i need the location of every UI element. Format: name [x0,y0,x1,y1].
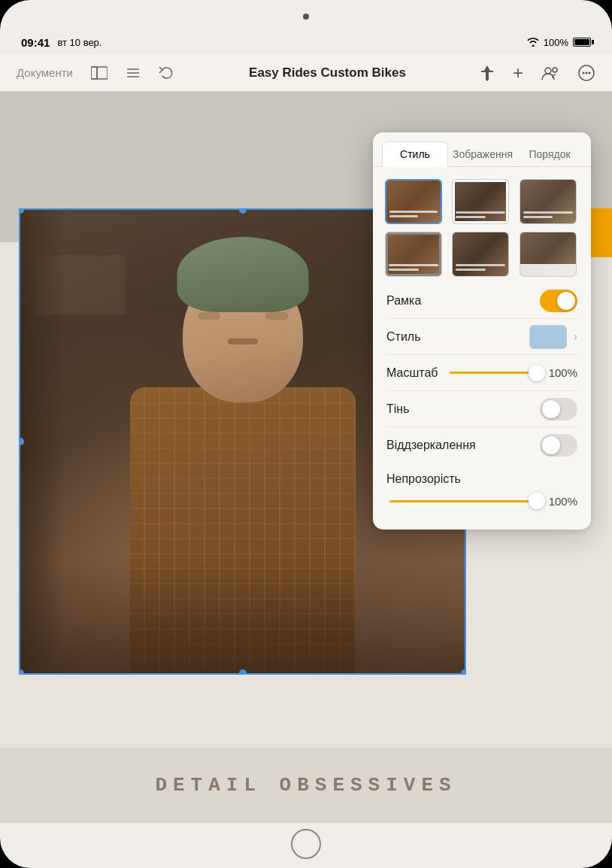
scale-row: Масштаб 100% [386,355,577,391]
opacity-slider[interactable] [389,493,537,508]
home-button[interactable] [291,829,321,859]
pin-icon [480,65,495,81]
style-thumb-2[interactable] [452,179,509,224]
undo-icon [159,65,175,80]
toolbar: Документи Easy Rides Custom Bikes [0,54,612,92]
style-chevron: › [573,329,577,344]
camera-dot [303,14,309,20]
style-label: Стиль [386,330,421,344]
style-thumb-1[interactable] [385,179,442,224]
svg-point-9 [583,71,585,74]
shadow-row: Тінь [386,391,577,427]
opacity-label: Непрозорість [386,472,577,486]
more-button[interactable] [573,61,600,85]
handle-bottom-left[interactable] [19,669,24,675]
document-title: Easy Rides Custom Bikes [189,65,466,80]
pin-button[interactable] [475,62,499,84]
sidebar-toggle-button[interactable] [86,63,112,83]
scale-label: Масштаб [386,366,438,380]
tab-arrange[interactable]: Порядок [517,141,582,166]
add-button[interactable]: + [508,59,528,86]
sidebar-icon [91,66,108,80]
caption-text: DETAIL OBSESSIVES [155,774,456,797]
style-thumb-4[interactable] [385,232,442,277]
opacity-section: Непрозорість 100% [373,463,591,511]
scale-slider[interactable] [450,366,537,381]
person-hat [177,237,308,312]
panel-tabs: Стиль Зображення Порядок [373,132,591,167]
handle-mid-bottom[interactable] [239,669,247,675]
battery-icon [573,38,591,47]
collaboration-button[interactable] [537,62,564,83]
svg-point-10 [586,71,588,74]
list-view-button[interactable] [121,64,145,82]
tab-style[interactable]: Стиль [382,141,448,167]
style-color-swatch[interactable] [529,325,567,349]
svg-point-11 [589,71,591,74]
collab-icon [541,65,559,80]
frame-toggle[interactable] [540,290,577,312]
more-icon [577,64,595,82]
orange-accent [589,208,612,257]
svg-rect-0 [91,67,97,79]
svg-rect-1 [91,67,108,79]
status-date: вт 10 вер. [57,37,101,48]
scale-value: 100% [546,366,577,379]
style-thumb-6[interactable] [520,232,577,277]
mirror-toggle[interactable] [540,434,577,457]
style-thumbnails-grid [373,167,591,283]
status-bar: 09:41 вт 10 вер. 100% [0,30,612,54]
undo-button[interactable] [154,62,180,83]
caption-area: DETAIL OBSESSIVES [0,748,612,823]
style-thumb-3[interactable] [520,179,577,224]
mirror-label: Віддзеркалення [386,439,476,452]
list-icon [126,67,141,79]
style-thumb-5[interactable] [452,232,509,277]
svg-point-6 [545,68,551,74]
format-panel: Стиль Зображення Порядок [373,132,591,530]
shadow-label: Тінь [386,402,410,416]
battery-percent: 100% [544,37,568,48]
tab-image[interactable]: Зображення [448,141,517,166]
ipad-frame: 09:41 вт 10 вер. 100% Документи [0,0,612,868]
svg-point-7 [553,68,557,72]
frame-label: Рамка [386,294,421,308]
shadow-toggle[interactable] [540,398,577,420]
panel-rows: Рамка Стиль › Масштаб [373,283,591,463]
style-row: Стиль › [386,319,577,355]
documents-button[interactable]: Документи [12,63,77,82]
status-time: 09:41 [21,36,50,49]
opacity-value: 100% [546,495,577,508]
handle-bottom-right[interactable] [461,669,466,675]
wifi-icon [527,38,539,47]
mirror-row: Віддзеркалення [386,427,577,463]
frame-row: Рамка [386,283,577,319]
add-icon: + [513,62,523,83]
